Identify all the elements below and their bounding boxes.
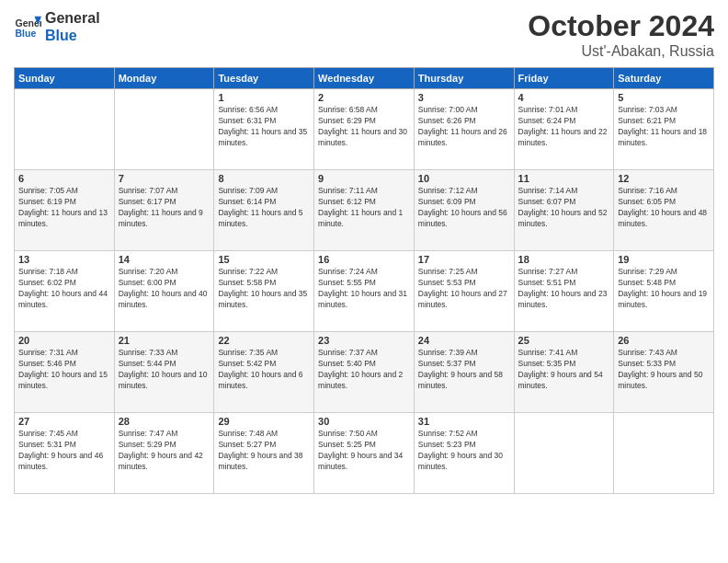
calendar-cell: 30Sunrise: 7:50 AMSunset: 5:25 PMDayligh… bbox=[314, 413, 415, 494]
weekday-header-sunday: Sunday bbox=[15, 68, 115, 89]
week-row-5: 27Sunrise: 7:45 AMSunset: 5:31 PMDayligh… bbox=[15, 413, 714, 494]
cell-text: Sunrise: 6:56 AMSunset: 6:31 PMDaylight:… bbox=[218, 105, 310, 149]
day-number: 21 bbox=[119, 335, 210, 346]
logo: General Blue General Blue bbox=[14, 9, 100, 44]
cell-text: Sunrise: 7:48 AMSunset: 5:27 PMDaylight:… bbox=[218, 429, 310, 473]
calendar-cell: 28Sunrise: 7:47 AMSunset: 5:29 PMDayligh… bbox=[114, 413, 214, 494]
cell-text: Sunrise: 7:14 AMSunset: 6:07 PMDaylight:… bbox=[518, 186, 610, 230]
cell-text: Sunrise: 7:24 AMSunset: 5:55 PMDaylight:… bbox=[318, 267, 410, 311]
cell-text: Sunrise: 7:31 AMSunset: 5:46 PMDaylight:… bbox=[18, 348, 110, 392]
day-number: 20 bbox=[18, 335, 110, 346]
cell-text: Sunrise: 7:05 AMSunset: 6:19 PMDaylight:… bbox=[18, 186, 110, 230]
day-number: 19 bbox=[618, 254, 710, 265]
weekday-header-thursday: Thursday bbox=[414, 68, 514, 89]
cell-text: Sunrise: 7:00 AMSunset: 6:26 PMDaylight:… bbox=[418, 105, 510, 149]
cell-text: Sunrise: 7:07 AMSunset: 6:17 PMDaylight:… bbox=[119, 186, 210, 230]
cell-text: Sunrise: 7:01 AMSunset: 6:24 PMDaylight:… bbox=[518, 105, 610, 149]
calendar-cell: 4Sunrise: 7:01 AMSunset: 6:24 PMDaylight… bbox=[514, 89, 614, 170]
cell-text: Sunrise: 7:11 AMSunset: 6:12 PMDaylight:… bbox=[318, 186, 410, 230]
calendar-cell: 14Sunrise: 7:20 AMSunset: 6:00 PMDayligh… bbox=[114, 251, 214, 332]
calendar-cell: 12Sunrise: 7:16 AMSunset: 6:05 PMDayligh… bbox=[614, 170, 714, 251]
calendar-cell: 8Sunrise: 7:09 AMSunset: 6:14 PMDaylight… bbox=[214, 170, 314, 251]
cell-text: Sunrise: 7:47 AMSunset: 5:29 PMDaylight:… bbox=[119, 429, 210, 473]
location: Ust'-Abakan, Russia bbox=[528, 43, 714, 60]
day-number: 27 bbox=[18, 416, 110, 427]
calendar-cell: 18Sunrise: 7:27 AMSunset: 5:51 PMDayligh… bbox=[514, 251, 614, 332]
day-number: 6 bbox=[18, 173, 110, 184]
calendar-cell: 26Sunrise: 7:43 AMSunset: 5:33 PMDayligh… bbox=[614, 332, 714, 413]
day-number: 17 bbox=[418, 254, 510, 265]
calendar-cell: 29Sunrise: 7:48 AMSunset: 5:27 PMDayligh… bbox=[214, 413, 314, 494]
week-row-1: 1Sunrise: 6:56 AMSunset: 6:31 PMDaylight… bbox=[15, 89, 714, 170]
cell-text: Sunrise: 7:37 AMSunset: 5:40 PMDaylight:… bbox=[318, 348, 410, 392]
calendar-cell: 1Sunrise: 6:56 AMSunset: 6:31 PMDaylight… bbox=[214, 89, 314, 170]
cell-text: Sunrise: 7:03 AMSunset: 6:21 PMDaylight:… bbox=[618, 105, 710, 149]
cell-text: Sunrise: 7:29 AMSunset: 5:48 PMDaylight:… bbox=[618, 267, 710, 311]
weekday-header-saturday: Saturday bbox=[614, 68, 714, 89]
day-number: 7 bbox=[119, 173, 210, 184]
day-number: 14 bbox=[119, 254, 210, 265]
calendar-cell: 5Sunrise: 7:03 AMSunset: 6:21 PMDaylight… bbox=[614, 89, 714, 170]
weekday-header-wednesday: Wednesday bbox=[314, 68, 415, 89]
cell-text: Sunrise: 7:20 AMSunset: 6:00 PMDaylight:… bbox=[119, 267, 210, 311]
cell-text: Sunrise: 7:09 AMSunset: 6:14 PMDaylight:… bbox=[218, 186, 310, 230]
day-number: 15 bbox=[218, 254, 310, 265]
title-block: October 2024 Ust'-Abakan, Russia bbox=[528, 9, 714, 60]
header-row: SundayMondayTuesdayWednesdayThursdayFrid… bbox=[15, 68, 714, 89]
calendar-cell bbox=[114, 89, 214, 170]
week-row-3: 13Sunrise: 7:18 AMSunset: 6:02 PMDayligh… bbox=[15, 251, 714, 332]
weekday-header-monday: Monday bbox=[114, 68, 214, 89]
calendar-cell: 15Sunrise: 7:22 AMSunset: 5:58 PMDayligh… bbox=[214, 251, 314, 332]
cell-text: Sunrise: 7:33 AMSunset: 5:44 PMDaylight:… bbox=[119, 348, 210, 392]
day-number: 8 bbox=[218, 173, 310, 184]
logo-icon: General Blue bbox=[14, 13, 41, 40]
day-number: 29 bbox=[218, 416, 310, 427]
week-row-2: 6Sunrise: 7:05 AMSunset: 6:19 PMDaylight… bbox=[15, 170, 714, 251]
weekday-header-friday: Friday bbox=[514, 68, 614, 89]
calendar-cell: 27Sunrise: 7:45 AMSunset: 5:31 PMDayligh… bbox=[15, 413, 115, 494]
cell-text: Sunrise: 7:45 AMSunset: 5:31 PMDaylight:… bbox=[18, 429, 110, 473]
day-number: 22 bbox=[218, 335, 310, 346]
calendar-cell: 13Sunrise: 7:18 AMSunset: 6:02 PMDayligh… bbox=[15, 251, 115, 332]
svg-text:Blue: Blue bbox=[16, 28, 37, 39]
logo-blue-text: Blue bbox=[45, 27, 100, 44]
day-number: 16 bbox=[318, 254, 410, 265]
day-number: 24 bbox=[418, 335, 510, 346]
cell-text: Sunrise: 7:12 AMSunset: 6:09 PMDaylight:… bbox=[418, 186, 510, 230]
cell-text: Sunrise: 7:25 AMSunset: 5:53 PMDaylight:… bbox=[418, 267, 510, 311]
calendar-cell: 16Sunrise: 7:24 AMSunset: 5:55 PMDayligh… bbox=[314, 251, 415, 332]
calendar-cell: 24Sunrise: 7:39 AMSunset: 5:37 PMDayligh… bbox=[414, 332, 514, 413]
day-number: 3 bbox=[418, 92, 510, 103]
calendar-cell: 9Sunrise: 7:11 AMSunset: 6:12 PMDaylight… bbox=[314, 170, 415, 251]
day-number: 25 bbox=[518, 335, 610, 346]
day-number: 18 bbox=[518, 254, 610, 265]
day-number: 12 bbox=[618, 173, 710, 184]
page: General Blue General Blue October 2024 U… bbox=[0, 0, 728, 563]
cell-text: Sunrise: 6:58 AMSunset: 6:29 PMDaylight:… bbox=[318, 105, 410, 149]
day-number: 30 bbox=[318, 416, 410, 427]
calendar-cell: 2Sunrise: 6:58 AMSunset: 6:29 PMDaylight… bbox=[314, 89, 415, 170]
calendar-cell bbox=[614, 413, 714, 494]
cell-text: Sunrise: 7:22 AMSunset: 5:58 PMDaylight:… bbox=[218, 267, 310, 311]
day-number: 11 bbox=[518, 173, 610, 184]
header: General Blue General Blue October 2024 U… bbox=[14, 9, 714, 60]
calendar-cell: 23Sunrise: 7:37 AMSunset: 5:40 PMDayligh… bbox=[314, 332, 415, 413]
calendar-cell: 20Sunrise: 7:31 AMSunset: 5:46 PMDayligh… bbox=[15, 332, 115, 413]
cell-text: Sunrise: 7:18 AMSunset: 6:02 PMDaylight:… bbox=[18, 267, 110, 311]
cell-text: Sunrise: 7:35 AMSunset: 5:42 PMDaylight:… bbox=[218, 348, 310, 392]
calendar-cell: 31Sunrise: 7:52 AMSunset: 5:23 PMDayligh… bbox=[414, 413, 514, 494]
day-number: 13 bbox=[18, 254, 110, 265]
day-number: 4 bbox=[518, 92, 610, 103]
day-number: 2 bbox=[318, 92, 410, 103]
calendar-cell: 21Sunrise: 7:33 AMSunset: 5:44 PMDayligh… bbox=[114, 332, 214, 413]
cell-text: Sunrise: 7:50 AMSunset: 5:25 PMDaylight:… bbox=[318, 429, 410, 473]
calendar-cell: 22Sunrise: 7:35 AMSunset: 5:42 PMDayligh… bbox=[214, 332, 314, 413]
day-number: 5 bbox=[618, 92, 710, 103]
cell-text: Sunrise: 7:43 AMSunset: 5:33 PMDaylight:… bbox=[618, 348, 710, 392]
day-number: 28 bbox=[119, 416, 210, 427]
calendar-cell: 17Sunrise: 7:25 AMSunset: 5:53 PMDayligh… bbox=[414, 251, 514, 332]
calendar-cell: 19Sunrise: 7:29 AMSunset: 5:48 PMDayligh… bbox=[614, 251, 714, 332]
month-title: October 2024 bbox=[528, 9, 714, 43]
calendar-cell: 7Sunrise: 7:07 AMSunset: 6:17 PMDaylight… bbox=[114, 170, 214, 251]
day-number: 26 bbox=[618, 335, 710, 346]
